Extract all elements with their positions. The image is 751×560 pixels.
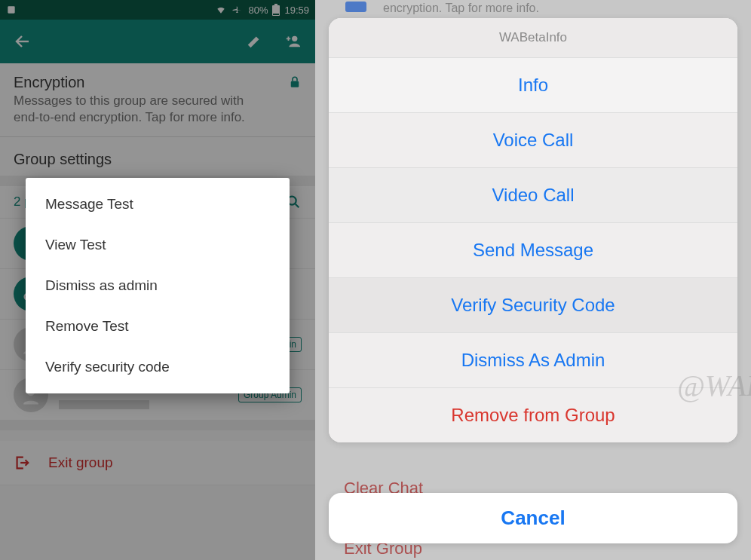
menu-message[interactable]: Message Test bbox=[26, 184, 290, 225]
sheet-info[interactable]: Info bbox=[329, 58, 737, 113]
sheet-verify[interactable]: Verify Security Code bbox=[329, 278, 737, 333]
cancel-button[interactable]: Cancel bbox=[329, 493, 737, 543]
ios-screenshot: encryption. Tap for more info. Clear Cha… bbox=[315, 0, 751, 560]
context-menu: Message Test View Test Dismiss as admin … bbox=[26, 178, 290, 393]
sheet-remove-group[interactable]: Remove from Group bbox=[329, 388, 737, 442]
menu-remove[interactable]: Remove Test bbox=[26, 306, 290, 347]
sheet-send-message[interactable]: Send Message bbox=[329, 223, 737, 278]
sheet-voice-call[interactable]: Voice Call bbox=[329, 113, 737, 168]
sheet-title: WABetaInfo bbox=[329, 18, 737, 58]
android-screenshot: 80% 19:59 Encryption Messages to this gr… bbox=[0, 0, 315, 560]
sheet-dismiss-admin[interactable]: Dismiss As Admin bbox=[329, 333, 737, 388]
action-sheet: WABetaInfo Info Voice Call Video Call Se… bbox=[329, 18, 737, 442]
menu-dismiss[interactable]: Dismiss as admin bbox=[26, 265, 290, 306]
menu-verify[interactable]: Verify security code bbox=[26, 347, 290, 387]
sheet-video-call[interactable]: Video Call bbox=[329, 168, 737, 223]
menu-view[interactable]: View Test bbox=[26, 225, 290, 265]
